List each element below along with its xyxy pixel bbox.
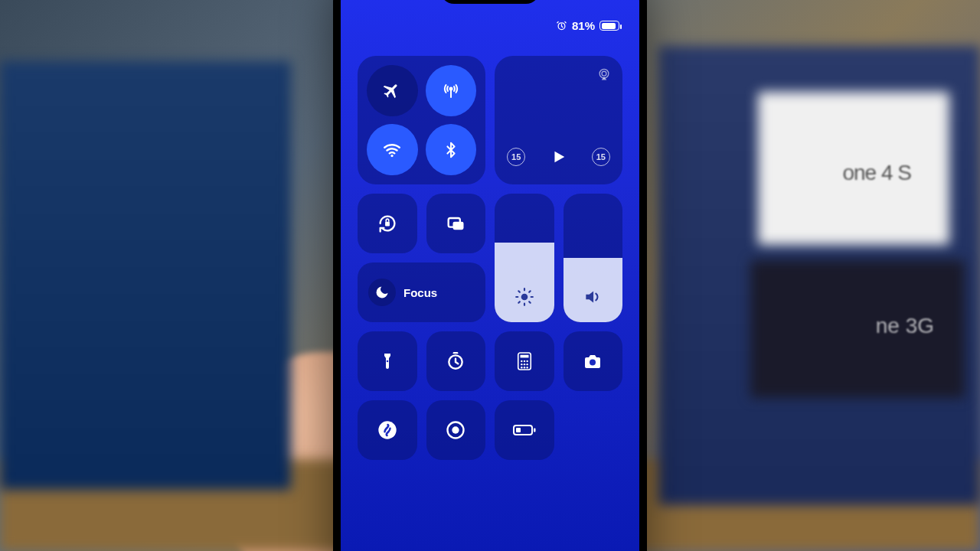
svg-point-16 — [526, 360, 528, 362]
play-button[interactable] — [550, 148, 567, 165]
background-box-label: one 4 S — [842, 161, 911, 185]
sun-icon — [514, 287, 534, 307]
svg-point-15 — [524, 360, 525, 362]
calculator-icon — [516, 351, 533, 371]
battery-icon — [599, 21, 619, 31]
svg-rect-6 — [385, 222, 390, 227]
svg-point-19 — [526, 364, 528, 365]
svg-point-21 — [524, 367, 525, 368]
moon-icon — [374, 285, 390, 300]
phone-frame: 81% — [333, 0, 647, 551]
svg-point-4 — [599, 69, 609, 78]
airplay-icon[interactable] — [596, 67, 612, 82]
connectivity-group — [358, 56, 485, 184]
svg-point-20 — [521, 367, 522, 368]
battery-low-icon — [512, 422, 537, 438]
bluetooth-icon — [443, 142, 459, 158]
svg-point-9 — [521, 294, 528, 301]
screen-record-button[interactable] — [426, 400, 486, 460]
cellular-toggle[interactable] — [426, 65, 477, 116]
airplane-icon — [383, 82, 401, 100]
focus-toggle[interactable]: Focus — [358, 262, 485, 322]
battery-percent-label: 81% — [572, 19, 595, 32]
camera-button[interactable] — [564, 331, 623, 391]
mirroring-icon — [445, 213, 466, 234]
calculator-button[interactable] — [495, 331, 554, 391]
low-power-button[interactable] — [495, 400, 554, 460]
bluetooth-toggle[interactable] — [426, 124, 477, 175]
camera-icon — [582, 352, 603, 370]
svg-rect-13 — [520, 355, 528, 358]
background-box-label-2: ne 3G — [876, 314, 934, 338]
skip-forward-button[interactable]: 15 — [592, 148, 610, 166]
shazam-icon — [377, 419, 398, 441]
shazam-button[interactable] — [358, 400, 417, 460]
skip-back-button[interactable]: 15 — [507, 148, 525, 166]
svg-point-14 — [521, 360, 522, 362]
svg-point-3 — [391, 154, 394, 156]
antenna-icon — [442, 82, 460, 100]
svg-point-10 — [386, 360, 388, 363]
skip-forward-seconds: 15 — [596, 152, 606, 161]
brightness-slider[interactable] — [495, 194, 554, 322]
speaker-icon — [583, 287, 603, 307]
timer-button[interactable] — [426, 331, 486, 391]
wifi-toggle[interactable] — [367, 124, 418, 175]
record-icon — [445, 419, 466, 441]
alarm-icon — [556, 20, 567, 31]
svg-point-18 — [524, 364, 525, 365]
svg-point-5 — [602, 71, 606, 76]
focus-label: Focus — [403, 286, 437, 299]
wifi-icon — [382, 140, 402, 160]
skip-back-seconds: 15 — [511, 152, 521, 161]
svg-point-17 — [521, 364, 522, 365]
screen-mirroring-toggle[interactable] — [426, 194, 486, 253]
svg-point-22 — [526, 367, 528, 368]
status-bar: 81% — [556, 19, 619, 32]
control-center: 15 15 — [358, 56, 622, 460]
svg-rect-29 — [516, 428, 521, 432]
airplane-mode-toggle[interactable] — [367, 65, 418, 116]
rotation-lock-icon — [377, 213, 398, 234]
svg-point-24 — [378, 421, 396, 439]
svg-rect-28 — [534, 429, 536, 432]
flashlight-button[interactable] — [358, 331, 417, 391]
svg-point-23 — [590, 360, 596, 366]
dynamic-island — [440, 0, 540, 4]
flashlight-icon — [378, 350, 397, 372]
volume-slider[interactable] — [564, 194, 623, 322]
svg-rect-8 — [453, 222, 464, 230]
orientation-lock-toggle[interactable] — [358, 194, 417, 253]
svg-point-26 — [452, 426, 459, 433]
media-controls-group: 15 15 — [495, 56, 622, 184]
timer-icon — [446, 351, 466, 371]
phone-screen: 81% — [341, 0, 639, 551]
